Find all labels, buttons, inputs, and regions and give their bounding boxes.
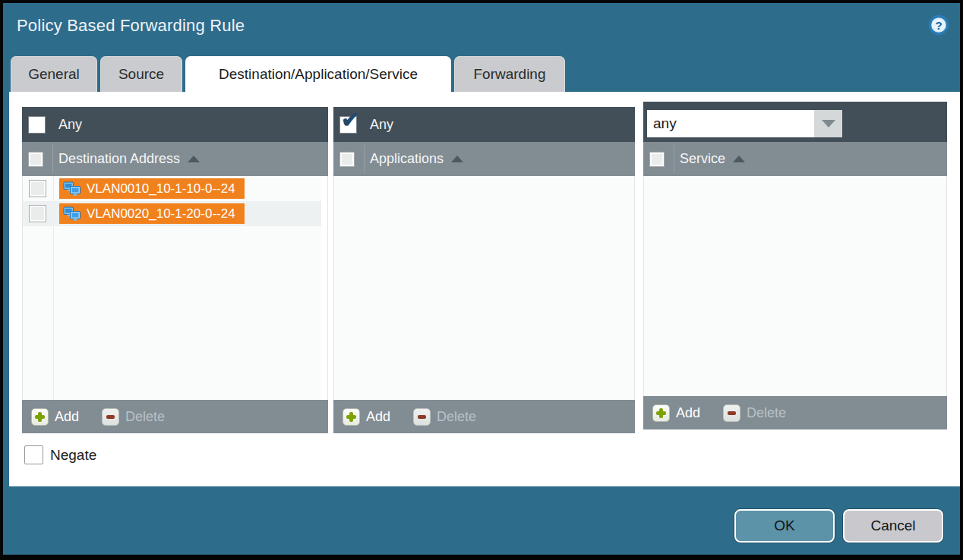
service-dropdown-input[interactable]	[647, 110, 814, 137]
applications-header-label: Applications	[370, 151, 444, 167]
negate-checkbox[interactable]	[24, 445, 43, 464]
ok-button[interactable]: OK	[734, 509, 835, 543]
tab-destination-application-service[interactable]: Destination/Application/Service	[185, 56, 451, 92]
address-object-chip[interactable]: VLAN0010_10-1-10-0--24	[59, 178, 245, 199]
service-delete-button[interactable]: Delete	[747, 405, 786, 421]
help-icon[interactable]: ?	[928, 14, 949, 36]
add-icon[interactable]	[652, 404, 670, 422]
service-column: Service Add Delete	[643, 102, 947, 429]
applications-any-checkbox[interactable]	[339, 116, 357, 134]
tab-bar: General Source Destination/Application/S…	[11, 56, 565, 92]
service-select-all-checkbox[interactable]	[649, 152, 665, 167]
applications-list	[333, 176, 635, 400]
row-checkbox[interactable]	[29, 205, 46, 222]
tab-forwarding[interactable]: Forwarding	[454, 56, 565, 92]
header-separator	[52, 145, 53, 173]
address-object-name: VLAN0010_10-1-10-0--24	[87, 181, 235, 197]
address-group-icon	[63, 206, 81, 222]
header-separator	[364, 145, 365, 173]
tab-source[interactable]: Source	[100, 56, 182, 92]
destination-address-column: Any Destination Address	[22, 107, 328, 433]
delete-icon[interactable]	[413, 408, 431, 426]
svg-text:?: ?	[935, 19, 942, 32]
applications-footer-bar: Add Delete	[333, 400, 635, 433]
sort-ascending-icon[interactable]	[188, 156, 200, 162]
applications-add-button[interactable]: Add	[366, 409, 390, 425]
applications-column: Any Applications Add Delete	[333, 107, 635, 433]
policy-forwarding-dialog: Policy Based Forwarding Rule ? General S…	[0, 0, 963, 560]
destination-list: VLAN0010_10-1-10-0--24	[22, 176, 328, 400]
cancel-button[interactable]: Cancel	[843, 509, 943, 543]
destination-header-label: Destination Address	[58, 151, 180, 167]
destination-footer-bar: Add Delete	[22, 400, 328, 433]
address-object-name: VLAN0020_10-1-20-0--24	[87, 206, 235, 222]
applications-any-label: Any	[370, 117, 393, 133]
tab-content-panel: Any Destination Address	[9, 92, 960, 486]
add-icon[interactable]	[343, 408, 360, 426]
destination-delete-button[interactable]: Delete	[125, 409, 165, 425]
destination-select-all-checkbox[interactable]	[28, 152, 43, 167]
service-dropdown-button[interactable]	[814, 110, 842, 137]
destination-any-label: Any	[58, 117, 82, 133]
address-group-icon	[63, 181, 81, 197]
delete-icon[interactable]	[723, 404, 740, 422]
dialog-title: Policy Based Forwarding Rule	[17, 16, 245, 36]
applications-any-bar: Any	[333, 107, 635, 142]
header-separator	[674, 145, 674, 173]
service-list	[643, 176, 947, 396]
applications-delete-button[interactable]: Delete	[437, 409, 476, 425]
destination-any-bar: Any	[22, 107, 328, 142]
add-icon[interactable]	[31, 408, 49, 426]
sort-ascending-icon[interactable]	[451, 156, 463, 162]
service-dropdown	[647, 110, 842, 137]
service-column-header[interactable]: Service	[643, 142, 947, 176]
scrollbar-track[interactable]	[321, 176, 327, 400]
sort-ascending-icon[interactable]	[733, 156, 745, 162]
service-header-label: Service	[680, 151, 725, 167]
delete-icon[interactable]	[102, 408, 119, 426]
applications-column-header[interactable]: Applications	[333, 142, 635, 176]
destination-column-header[interactable]: Destination Address	[22, 142, 328, 176]
service-add-button[interactable]: Add	[676, 405, 700, 421]
service-dropdown-bar	[643, 102, 947, 142]
negate-label: Negate	[50, 447, 96, 464]
tab-general[interactable]: General	[11, 56, 97, 92]
destination-row[interactable]: VLAN0020_10-1-20-0--24	[23, 201, 321, 226]
service-footer-bar: Add Delete	[643, 396, 947, 429]
chevron-down-icon	[822, 120, 835, 127]
destination-add-button[interactable]: Add	[55, 409, 79, 425]
destination-any-checkbox[interactable]	[28, 116, 46, 134]
row-checkbox[interactable]	[29, 180, 46, 197]
applications-select-all-checkbox[interactable]	[339, 152, 355, 167]
address-object-chip[interactable]: VLAN0020_10-1-20-0--24	[59, 203, 245, 224]
destination-row[interactable]: VLAN0010_10-1-10-0--24	[23, 176, 321, 201]
